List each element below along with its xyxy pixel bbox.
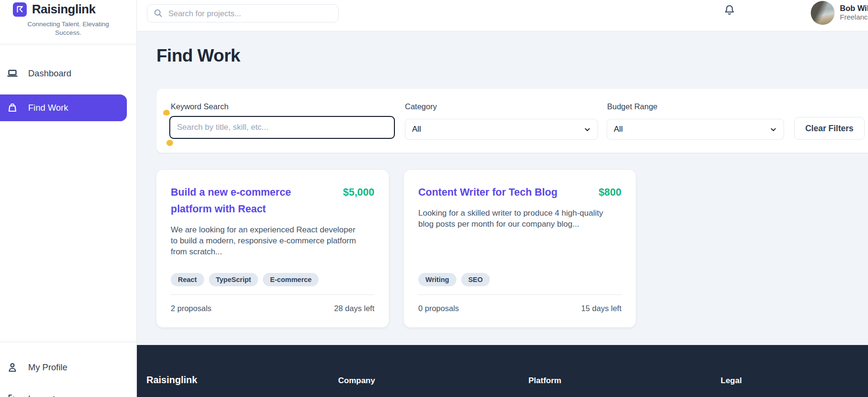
category-label: Category [405,102,437,111]
project-description: We are looking for an experienced React … [171,224,359,257]
app-window: Raisinglink Connecting Talent. Elevating… [0,0,868,397]
chevron-down-icon [584,126,591,133]
category-select[interactable]: All [405,119,598,140]
notifications-bell-icon[interactable] [723,3,736,17]
sidebar-item-find-work[interactable]: Find Work [0,94,127,121]
filters-panel: Keyword Search Category All Budget Range… [156,89,868,153]
tag-pill: SEO [461,273,490,287]
search-icon [153,8,163,18]
project-title[interactable]: Content Writer for Tech Blog [418,184,558,201]
sidebar-bottom-section: My Profile Logout [0,342,136,397]
cursor-marker-icon [166,140,173,146]
project-card[interactable]: Content Writer for Tech Blog $800 Lookin… [404,170,636,327]
laptop-icon [7,68,18,79]
project-card[interactable]: Build a new e-commerce platform with Rea… [156,170,389,327]
project-title[interactable]: Build a new e-commerce platform with Rea… [171,184,296,218]
budget-range-select[interactable]: All [607,119,784,140]
footer-brand: Raisinglink [146,375,197,386]
tag-pill: Writing [418,273,456,287]
logout-icon [7,393,18,397]
project-tags: Writing SEO [418,273,621,287]
global-search [147,4,339,22]
proposals-count: 0 proposals [418,304,459,313]
sidebar-divider [0,44,136,44]
project-meta: 0 proposals 15 days left [418,294,621,313]
topbar: Bob Williams Freelancer [137,0,868,31]
project-meta: 2 proposals 28 days left [171,294,374,313]
project-tags: React TypeScript E-commerce [171,273,374,287]
keyword-search-label: Keyword Search [171,102,228,111]
project-budget: $800 [599,184,621,201]
days-left: 28 days left [334,304,374,313]
sidebar-item-label: My Profile [28,362,67,373]
clear-filters-button[interactable]: Clear Filters [794,117,865,140]
cursor-marker-icon [163,110,170,115]
briefcase-icon [7,102,18,114]
sidebar: Raisinglink Connecting Talent. Elevating… [0,0,137,397]
page-title: Find Work [156,46,240,66]
user-name: Bob Williams [840,4,868,13]
sidebar-nav: Dashboard Find Work [0,60,136,121]
project-description: Looking for a skilled writer to produce … [418,208,607,230]
sidebar-item-my-profile[interactable]: My Profile [0,354,136,381]
category-selected-value: All [412,125,421,134]
footer-column-platform: Platform [528,376,561,386]
brand-logo[interactable]: Raisinglink [0,0,136,17]
project-budget: $5,000 [343,184,374,218]
tag-pill: TypeScript [209,273,258,287]
days-left: 15 days left [581,304,621,313]
main-content: Find Work Keyword Search Category All Bu… [137,31,868,397]
keyword-search-input[interactable] [169,116,395,139]
brand-tagline: Connecting Talent. Elevating Success. [18,20,119,37]
sidebar-item-logout[interactable]: Logout [0,386,136,397]
brand-name: Raisinglink [32,2,95,17]
tag-pill: React [171,273,204,287]
sidebar-item-label: Dashboard [28,68,72,79]
search-input[interactable] [147,4,339,22]
tag-pill: E-commerce [263,273,319,287]
footer-column-company: Company [338,376,375,386]
proposals-count: 2 proposals [171,304,211,313]
footer-column-legal: Legal [721,376,742,386]
site-footer: Raisinglink Company Platform Legal [137,345,868,397]
user-role: Freelancer [840,13,868,21]
budget-range-label: Budget Range [607,102,658,111]
person-icon [7,362,18,373]
budget-selected-value: All [614,125,623,134]
chevron-down-icon [770,126,777,133]
sidebar-item-dashboard[interactable]: Dashboard [0,60,136,87]
user-avatar[interactable] [811,1,835,25]
raisinglink-logo-icon [13,2,27,17]
sidebar-item-label: Find Work [28,103,68,113]
sidebar-item-label: Logout [28,394,55,397]
user-info[interactable]: Bob Williams Freelancer [840,4,868,21]
